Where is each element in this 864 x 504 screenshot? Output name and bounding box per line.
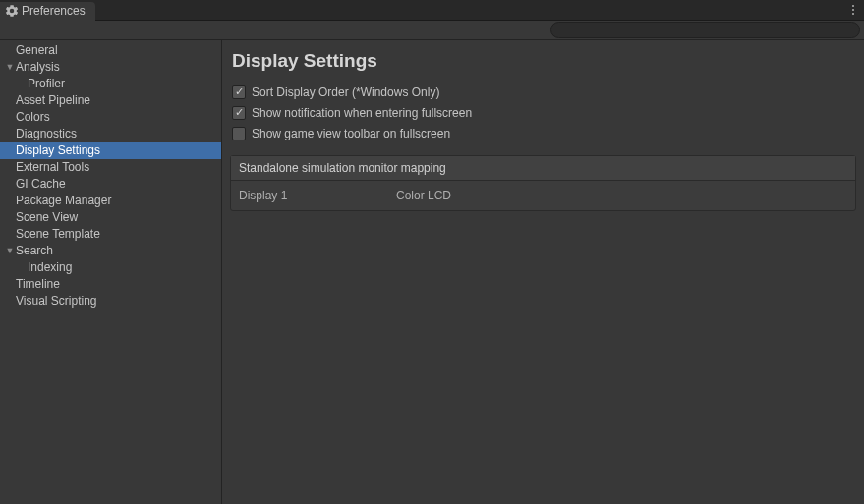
foldout-icon[interactable]: ▼	[4, 243, 16, 259]
sidebar-item-external-tools[interactable]: External Tools	[0, 159, 221, 176]
foldout-icon[interactable]: ▼	[4, 59, 16, 76]
sidebar-item-label: Package Manager	[16, 193, 111, 209]
sidebar: General▼AnalysisProfilerAsset PipelineCo…	[0, 40, 222, 504]
option-label: Sort Display Order (*Windows Only)	[252, 85, 439, 99]
sidebar-item-display-settings[interactable]: Display Settings	[0, 142, 221, 159]
sidebar-item-label: Colors	[16, 109, 50, 126]
sidebar-item-gi-cache[interactable]: GI Cache	[0, 176, 221, 193]
sidebar-item-search[interactable]: ▼Search	[0, 243, 221, 259]
content-pane: Display Settings Sort Display Order (*Wi…	[222, 40, 864, 504]
sidebar-item-asset-pipeline[interactable]: Asset Pipeline	[0, 92, 221, 109]
window-menu-button[interactable]	[842, 0, 864, 20]
sidebar-item-label: General	[16, 42, 58, 59]
sidebar-item-label: Indexing	[28, 259, 72, 276]
option-row: Show notification when entering fullscre…	[230, 102, 856, 123]
sidebar-item-label: Search	[16, 243, 53, 259]
sidebar-item-label: Profiler	[28, 76, 65, 92]
search-input[interactable]	[550, 22, 860, 38]
toolbar	[0, 21, 864, 40]
sidebar-item-colors[interactable]: Colors	[0, 109, 221, 126]
sidebar-item-package-manager[interactable]: Package Manager	[0, 193, 221, 209]
sidebar-item-diagnostics[interactable]: Diagnostics	[0, 126, 221, 142]
sidebar-item-indexing[interactable]: Indexing	[0, 259, 221, 276]
titlebar: Preferences	[0, 0, 864, 21]
sidebar-item-label: Timeline	[16, 276, 60, 293]
sidebar-item-label: Diagnostics	[16, 126, 77, 142]
section-header: Standalone simulation monitor mapping	[231, 156, 855, 181]
sidebar-item-visual-scripting[interactable]: Visual Scripting	[0, 293, 221, 309]
display-value: Color LCD	[396, 189, 847, 202]
sidebar-item-label: Visual Scripting	[16, 293, 97, 309]
checkbox[interactable]	[232, 127, 246, 140]
gear-icon	[6, 5, 18, 17]
monitor-mapping-section: Standalone simulation monitor mapping Di…	[230, 155, 856, 211]
display-key: Display 1	[239, 189, 396, 202]
sidebar-item-label: External Tools	[16, 159, 89, 176]
sidebar-item-general[interactable]: General	[0, 42, 221, 59]
option-row: Sort Display Order (*Windows Only)	[230, 82, 856, 102]
option-label: Show game view toolbar on fullscreen	[252, 127, 450, 140]
sidebar-item-scene-view[interactable]: Scene View	[0, 209, 221, 226]
window-tab[interactable]: Preferences	[0, 2, 95, 21]
sidebar-item-scene-template[interactable]: Scene Template	[0, 226, 221, 243]
sidebar-item-label: Asset Pipeline	[16, 92, 90, 109]
sidebar-item-profiler[interactable]: Profiler	[0, 76, 221, 92]
tab-title: Preferences	[22, 4, 86, 18]
checkbox[interactable]	[232, 106, 246, 120]
checkbox[interactable]	[232, 85, 246, 99]
sidebar-item-analysis[interactable]: ▼Analysis	[0, 59, 221, 76]
sidebar-item-label: Analysis	[16, 59, 60, 76]
sidebar-item-label: GI Cache	[16, 176, 66, 193]
sidebar-item-timeline[interactable]: Timeline	[0, 276, 221, 293]
page-title: Display Settings	[232, 50, 856, 72]
monitor-map-row: Display 1Color LCD	[231, 181, 855, 210]
sidebar-item-label: Display Settings	[16, 142, 100, 159]
option-label: Show notification when entering fullscre…	[252, 106, 472, 120]
sidebar-item-label: Scene View	[16, 209, 78, 226]
sidebar-item-label: Scene Template	[16, 226, 100, 243]
option-row: Show game view toolbar on fullscreen	[230, 123, 856, 143]
